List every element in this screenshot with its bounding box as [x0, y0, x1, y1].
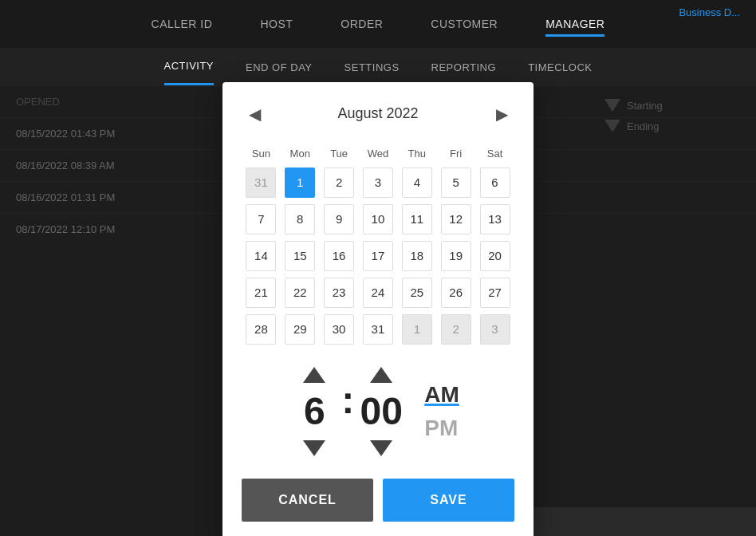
- day-31-btn[interactable]: 31: [363, 314, 393, 345]
- nav-order[interactable]: ORDER: [341, 11, 383, 37]
- content-area: OPENED 08/15/2022 01:43 PM 08/16/2022 08…: [0, 86, 756, 536]
- time-picker: 6 : 00 AM PM: [242, 364, 514, 459]
- calendar-cell: 11: [397, 201, 436, 238]
- day-5-btn[interactable]: 5: [441, 168, 471, 198]
- subnav-timeclock[interactable]: TIMECLOCK: [528, 50, 592, 85]
- prev-month-button[interactable]: ◀: [242, 101, 267, 127]
- pm-option[interactable]: PM: [418, 412, 464, 445]
- day-3-btn[interactable]: 3: [363, 168, 393, 198]
- day-3-btn[interactable]: 3: [480, 314, 510, 345]
- calendar-cell: 20: [475, 238, 514, 274]
- minute-up-button[interactable]: [367, 364, 396, 386]
- calendar-grid: Sun Mon Tue Wed Thu Fri Sat 311234567891…: [242, 143, 514, 348]
- day-16-btn[interactable]: 16: [324, 241, 354, 271]
- calendar-cell: 17: [359, 238, 398, 274]
- calendar-cell: 1: [397, 311, 436, 348]
- calendar-cell: 6: [475, 164, 514, 201]
- day-9-btn[interactable]: 9: [324, 204, 354, 235]
- time-colon: :: [341, 378, 354, 444]
- day-23-btn[interactable]: 23: [324, 278, 354, 308]
- day-25-btn[interactable]: 25: [402, 278, 432, 308]
- ampm-column: AM PM: [418, 378, 466, 444]
- day-22-btn[interactable]: 22: [285, 278, 315, 308]
- calendar-cell: 2: [320, 164, 359, 201]
- day-26-btn[interactable]: 26: [441, 278, 471, 308]
- nav-manager[interactable]: MANAGER: [545, 11, 604, 37]
- calendar-cell: 28: [242, 311, 281, 348]
- calendar-cell: 12: [436, 201, 475, 238]
- weekday-tue: Tue: [320, 143, 359, 164]
- minute-down-button[interactable]: [367, 437, 396, 459]
- hour-up-button[interactable]: [300, 364, 329, 386]
- calendar-cell: 31: [242, 164, 281, 201]
- day-11-btn[interactable]: 11: [402, 204, 432, 235]
- calendar-cell: 21: [242, 274, 281, 311]
- day-20-btn[interactable]: 20: [480, 241, 510, 271]
- nav-links: CALLER ID HOST ORDER CUSTOMER MANAGER: [152, 11, 605, 37]
- minute-value: 00: [357, 392, 405, 431]
- weekday-fri: Fri: [436, 143, 475, 164]
- day-19-btn[interactable]: 19: [441, 241, 471, 271]
- calendar-cell: 3: [475, 311, 514, 348]
- day-17-btn[interactable]: 17: [363, 241, 393, 271]
- subnav-settings[interactable]: SETTINGS: [345, 50, 400, 85]
- cancel-button[interactable]: CANCEL: [242, 479, 373, 522]
- day-7-btn[interactable]: 7: [246, 204, 276, 235]
- calendar-cell: 25: [397, 274, 436, 311]
- save-button[interactable]: SAVE: [383, 479, 514, 522]
- day-28-btn[interactable]: 28: [246, 314, 276, 345]
- calendar-cell: 18: [397, 238, 436, 274]
- day-2-btn[interactable]: 2: [324, 168, 354, 198]
- business-day-link[interactable]: Business D...: [679, 6, 740, 18]
- calendar-cell: 26: [436, 274, 475, 311]
- day-14-btn[interactable]: 14: [246, 241, 276, 271]
- day-27-btn[interactable]: 27: [480, 278, 510, 308]
- nav-caller-id[interactable]: CALLER ID: [152, 11, 213, 37]
- subnav-end-of-day[interactable]: END OF DAY: [246, 50, 313, 85]
- subnav-reporting[interactable]: REPORTING: [431, 50, 497, 85]
- weekday-sat: Sat: [475, 143, 514, 164]
- day-24-btn[interactable]: 24: [363, 278, 393, 308]
- calendar-cell: 30: [320, 311, 359, 348]
- day-15-btn[interactable]: 15: [285, 241, 315, 271]
- calendar-cell: 29: [281, 311, 320, 348]
- calendar-cell: 19: [436, 238, 475, 274]
- day-10-btn[interactable]: 10: [363, 204, 393, 235]
- calendar-cell: 8: [281, 201, 320, 238]
- calendar-cell: 9: [320, 201, 359, 238]
- day-8-btn[interactable]: 8: [285, 204, 315, 235]
- day-30-btn[interactable]: 30: [324, 314, 354, 345]
- calendar-cell: 3: [359, 164, 398, 201]
- calendar-cell: 31: [359, 311, 398, 348]
- next-month-button[interactable]: ▶: [489, 101, 514, 127]
- am-option[interactable]: AM: [418, 378, 466, 412]
- day-4-btn[interactable]: 4: [402, 168, 432, 198]
- weekday-mon: Mon: [281, 143, 320, 164]
- hour-down-button[interactable]: [300, 437, 329, 459]
- calendar-cell: 13: [475, 201, 514, 238]
- day-12-btn[interactable]: 12: [441, 204, 471, 235]
- calendar-cell: 23: [320, 274, 359, 311]
- day-1-btn[interactable]: 1: [285, 168, 315, 198]
- day-6-btn[interactable]: 6: [480, 168, 510, 198]
- calendar-cell: 27: [475, 274, 514, 311]
- day-29-btn[interactable]: 29: [285, 314, 315, 345]
- calendar-cell: 2: [436, 311, 475, 348]
- calendar-cell: 7: [242, 201, 281, 238]
- day-21-btn[interactable]: 21: [246, 278, 276, 308]
- nav-host[interactable]: HOST: [260, 11, 293, 37]
- calendar-modal: ◀ August 2022 ▶ Sun Mon Tue Wed Thu Fri …: [222, 82, 534, 537]
- day-31-btn[interactable]: 31: [246, 168, 276, 198]
- day-1-btn[interactable]: 1: [402, 314, 432, 345]
- calendar-title: August 2022: [337, 105, 418, 122]
- nav-customer[interactable]: CUSTOMER: [431, 11, 498, 37]
- calendar-cell: 5: [436, 164, 475, 201]
- day-18-btn[interactable]: 18: [402, 241, 432, 271]
- subnav-activity[interactable]: ACTIVITY: [164, 49, 215, 85]
- sub-navigation: ACTIVITY END OF DAY SETTINGS REPORTING T…: [0, 48, 756, 86]
- day-2-btn[interactable]: 2: [441, 314, 471, 345]
- day-13-btn[interactable]: 13: [480, 204, 510, 235]
- modal-overlay: ◀ August 2022 ▶ Sun Mon Tue Wed Thu Fri …: [0, 86, 756, 536]
- calendar-header: ◀ August 2022 ▶: [242, 101, 514, 127]
- calendar-cell: 16: [320, 238, 359, 274]
